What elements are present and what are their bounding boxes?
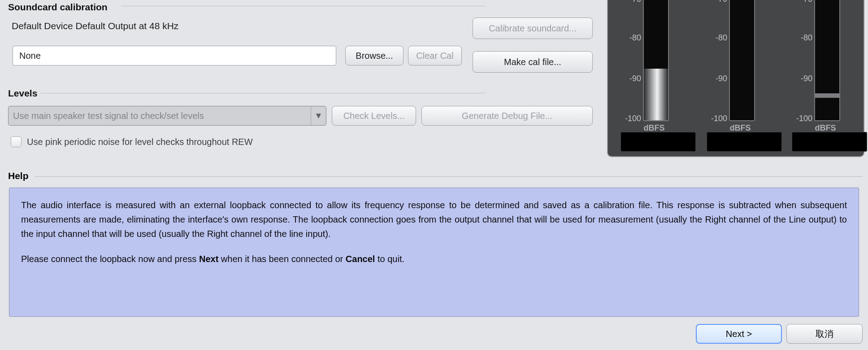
help-para1: The audio interface is measured with an … bbox=[21, 198, 847, 241]
soundcard-heading: Soundcard calibration bbox=[0, 0, 485, 13]
meter-2-readout bbox=[707, 132, 782, 152]
meter-tick: -90 bbox=[716, 74, 727, 83]
help-para2b: when it has been connected or bbox=[218, 254, 346, 264]
meter-tick: -100 bbox=[796, 114, 812, 123]
pink-noise-label: Use pink periodic noise for level checks… bbox=[27, 137, 253, 147]
meter-1: -70-80-90-100 dBFS bbox=[616, 0, 692, 145]
meter-tick: -100 bbox=[711, 114, 727, 123]
levels-signal-combo[interactable]: Use main speaker test signal to check/se… bbox=[8, 106, 326, 126]
divider bbox=[35, 176, 863, 177]
meter-2-bar bbox=[729, 0, 755, 121]
generate-debug-button: Generate Debug File... bbox=[421, 106, 593, 126]
meters-panel: -70-80-90-100 dBFS -70-80-90-100 dBFS -7… bbox=[607, 0, 864, 157]
meter-2-ticks: -70-80-90-100 bbox=[702, 0, 727, 121]
levels-signal-combo-text: Use main speaker test signal to check/se… bbox=[9, 111, 311, 121]
meter-tick: -70 bbox=[716, 0, 727, 4]
meter-3-bar bbox=[814, 0, 840, 121]
levels-heading-text: Levels bbox=[8, 88, 37, 98]
meter-tick: -70 bbox=[629, 0, 641, 4]
pink-noise-checkbox[interactable] bbox=[11, 136, 22, 147]
meter-tick: -90 bbox=[801, 74, 812, 83]
meter-tick: -70 bbox=[801, 0, 812, 4]
meter-2: -70-80-90-100 dBFS bbox=[702, 0, 778, 145]
meter-1-readout bbox=[621, 132, 696, 152]
meter-tick: -80 bbox=[629, 33, 641, 42]
pink-noise-row[interactable]: Use pink periodic noise for level checks… bbox=[0, 136, 485, 147]
meter-3: -70-80-90-100 dBFS bbox=[787, 0, 864, 145]
cal-file-input[interactable]: None bbox=[13, 46, 336, 66]
cancel-button[interactable]: 取消 bbox=[786, 324, 863, 344]
meter-3-readout bbox=[792, 132, 867, 152]
help-para2-next: Next bbox=[199, 254, 218, 264]
meter-tick: -100 bbox=[625, 114, 641, 123]
meter-3-ticks: -70-80-90-100 bbox=[787, 0, 812, 121]
device-line: Default Device Default Output at 48 kHz bbox=[0, 13, 485, 31]
chevron-down-icon: ▼ bbox=[311, 106, 326, 126]
help-para2-cancel: Cancel bbox=[346, 254, 375, 264]
calibrate-soundcard-button: Calibrate soundcard... bbox=[473, 18, 593, 39]
help-para2c: to quit. bbox=[375, 254, 404, 264]
divider bbox=[40, 93, 485, 93]
check-levels-button: Check Levels... bbox=[332, 106, 416, 126]
meter-1-bar bbox=[643, 0, 669, 121]
meter-1-unit: dBFS bbox=[616, 123, 692, 133]
next-button[interactable]: Next > bbox=[696, 324, 782, 344]
help-heading: Help bbox=[8, 171, 29, 181]
browse-button[interactable]: Browse... bbox=[345, 46, 404, 66]
meter-tick: -80 bbox=[716, 33, 727, 42]
meter-tick: -90 bbox=[629, 74, 641, 83]
help-text-box: The audio interface is measured with an … bbox=[9, 188, 859, 317]
help-para2a: Please connect the loopback now and pres… bbox=[21, 254, 199, 264]
make-cal-file-button[interactable]: Make cal file... bbox=[473, 51, 593, 73]
meter-1-ticks: -70-80-90-100 bbox=[616, 0, 641, 121]
meter-2-unit: dBFS bbox=[702, 123, 778, 133]
divider bbox=[121, 6, 485, 6]
meter-3-unit: dBFS bbox=[787, 123, 864, 133]
help-para2: Please connect the loopback now and pres… bbox=[21, 252, 847, 266]
meter-tick: -80 bbox=[801, 33, 812, 42]
clear-cal-button: Clear Cal bbox=[408, 46, 462, 66]
levels-heading: Levels bbox=[0, 87, 485, 100]
soundcard-heading-text: Soundcard calibration bbox=[8, 2, 108, 12]
